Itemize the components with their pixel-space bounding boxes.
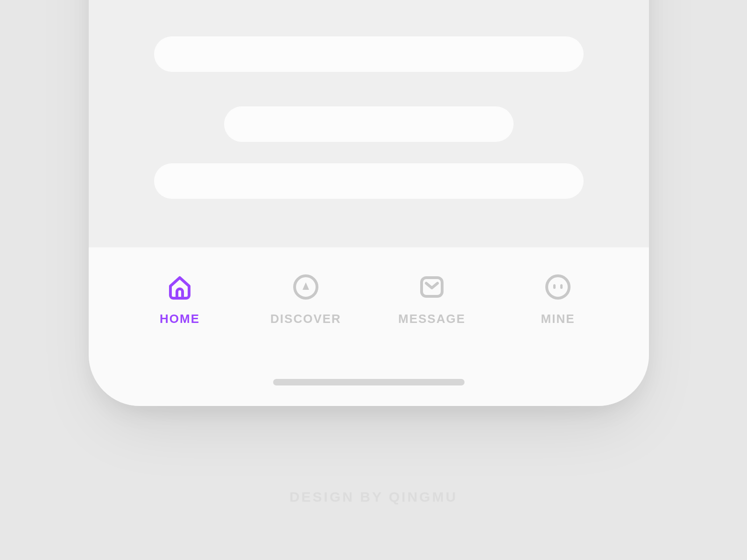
- svg-rect-4: [560, 284, 563, 289]
- compass-icon: [289, 271, 322, 303]
- content-placeholder-area: [89, 0, 649, 247]
- svg-rect-3: [553, 284, 556, 289]
- tab-home[interactable]: HOME: [133, 271, 226, 326]
- tab-label: MINE: [541, 312, 575, 326]
- placeholder-bar: [224, 106, 514, 142]
- tab-label: DISCOVER: [270, 312, 341, 326]
- bottom-tab-bar: HOME DISCOVER MESSAGE: [89, 247, 649, 406]
- tab-label: MESSAGE: [398, 312, 465, 326]
- envelope-icon: [416, 271, 448, 303]
- tab-message[interactable]: MESSAGE: [385, 271, 479, 326]
- tab-mine[interactable]: MINE: [511, 271, 605, 326]
- placeholder-bar: [154, 163, 584, 199]
- face-icon: [542, 271, 574, 303]
- home-icon: [163, 271, 196, 303]
- design-credit: DESIGN BY QINGMU: [0, 489, 747, 505]
- phone-frame: HOME DISCOVER MESSAGE: [89, 0, 649, 406]
- home-indicator: [273, 379, 465, 385]
- svg-point-2: [547, 276, 569, 298]
- tab-discover[interactable]: DISCOVER: [259, 271, 352, 326]
- tab-label: HOME: [160, 312, 200, 326]
- placeholder-bar: [154, 36, 584, 72]
